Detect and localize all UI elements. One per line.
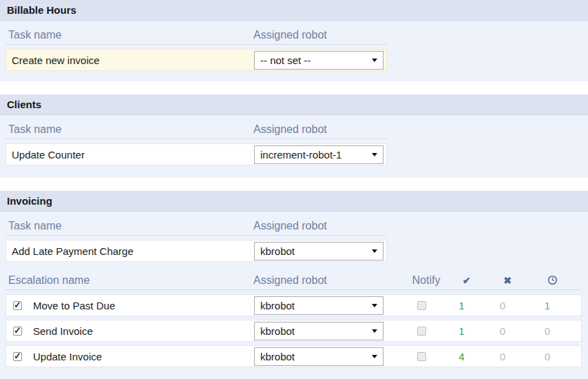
task-name-label: Create new invoice xyxy=(6,54,254,66)
section-gap xyxy=(0,178,588,191)
section-title: Billable Hours xyxy=(0,0,588,21)
table-header: Task name Assigned robot xyxy=(6,121,387,139)
escalation-name-label: Update Invoice xyxy=(28,351,254,362)
escalation-row: Update Invoice kbrobot 4 0 0 xyxy=(6,345,582,367)
section-clients: Clients Task name Assigned robot Update … xyxy=(0,94,588,178)
clock-icon xyxy=(529,274,576,287)
section-gap xyxy=(0,81,588,94)
pending-count: 0 xyxy=(524,325,571,337)
section-title: Clients xyxy=(0,94,588,115)
escalations-table: Escalation name Assigned robot Notify ✔ … xyxy=(6,272,588,367)
failed-count: 0 xyxy=(481,300,524,311)
task-assignment-page: Billable Hours Task name Assigned robot … xyxy=(0,0,588,379)
column-header-assigned-robot: Assigned robot xyxy=(253,274,388,287)
column-header-task-name: Task name xyxy=(6,220,253,232)
column-header-assigned-robot: Assigned robot xyxy=(253,123,388,136)
escalation-row: Send Invoice kbrobot 1 0 0 xyxy=(6,320,582,342)
assigned-robot-select[interactable]: kbrobot xyxy=(254,322,384,340)
assigned-robot-select[interactable]: increment-robot-1 xyxy=(254,145,384,164)
column-header-assigned-robot: Assigned robot xyxy=(253,220,388,232)
column-header-task-name: Task name xyxy=(6,29,253,41)
column-header-task-name: Task name xyxy=(6,123,253,136)
pending-count: 1 xyxy=(524,300,571,311)
pending-count: 0 xyxy=(524,351,571,362)
section-body: Task name Assigned robot Create new invo… xyxy=(0,21,588,81)
escalation-name-label: Send Invoice xyxy=(28,325,254,337)
escalation-enabled-checkbox[interactable] xyxy=(13,301,22,310)
dropdown-arrow-icon xyxy=(372,153,377,156)
task-row: Create new invoice -- not set -- xyxy=(6,49,387,71)
dropdown-arrow-icon xyxy=(372,59,377,62)
notify-cell xyxy=(401,299,442,311)
notify-checkbox[interactable] xyxy=(417,352,426,361)
task-name-label: Update Counter xyxy=(6,149,254,161)
column-header-escalation-name: Escalation name xyxy=(6,274,253,287)
section-body: Task name Assigned robot Add Late Paymen… xyxy=(0,212,588,379)
notify-checkbox[interactable] xyxy=(417,301,426,310)
section-body: Task name Assigned robot Update Counter … xyxy=(0,115,588,178)
notify-cell xyxy=(401,350,442,362)
assigned-robot-select[interactable]: kbrobot xyxy=(254,347,384,366)
selected-robot-value: kbrobot xyxy=(255,300,372,311)
column-header-assigned-robot: Assigned robot xyxy=(253,29,388,41)
assigned-robot-select[interactable]: kbrobot xyxy=(254,242,384,260)
selected-robot-value: -- not set -- xyxy=(255,54,372,66)
section-title: Invoicing xyxy=(0,191,588,212)
failed-count: 0 xyxy=(481,325,524,337)
check-icon: ✔ xyxy=(447,275,486,286)
notify-checkbox[interactable] xyxy=(417,327,426,336)
task-row: Update Counter increment-robot-1 xyxy=(6,143,387,165)
assigned-robot-select[interactable]: kbrobot xyxy=(254,296,384,315)
table-header: Task name Assigned robot xyxy=(6,26,387,45)
selected-robot-value: increment-robot-1 xyxy=(255,149,372,161)
dropdown-arrow-icon xyxy=(372,329,377,333)
escalation-row: Move to Past Due kbrobot 1 0 1 xyxy=(6,294,582,316)
escalation-enabled-checkbox[interactable] xyxy=(13,352,22,361)
x-icon: ✖ xyxy=(486,275,529,286)
completed-count: 4 xyxy=(442,351,481,362)
completed-count: 1 xyxy=(442,325,481,337)
dropdown-arrow-icon xyxy=(372,249,377,253)
dropdown-arrow-icon xyxy=(372,304,377,307)
section-invoicing: Invoicing Task name Assigned robot Add L… xyxy=(0,191,588,379)
selected-robot-value: kbrobot xyxy=(255,351,372,362)
escalation-table-header: Escalation name Assigned robot Notify ✔ … xyxy=(6,272,582,290)
failed-count: 0 xyxy=(481,351,524,362)
escalation-name-label: Move to Past Due xyxy=(28,300,254,311)
task-name-label: Add Late Payment Charge xyxy=(6,245,254,257)
escalation-enabled-checkbox[interactable] xyxy=(13,327,22,336)
assigned-robot-select[interactable]: -- not set -- xyxy=(254,51,384,70)
dropdown-arrow-icon xyxy=(372,355,377,358)
notify-cell xyxy=(401,325,442,337)
section-billable-hours: Billable Hours Task name Assigned robot … xyxy=(0,0,588,81)
table-header: Task name Assigned robot xyxy=(6,217,387,236)
selected-robot-value: kbrobot xyxy=(255,245,372,257)
completed-count: 1 xyxy=(442,300,481,311)
selected-robot-value: kbrobot xyxy=(255,325,372,337)
task-row: Add Late Payment Charge kbrobot xyxy=(6,240,387,262)
column-header-notify: Notify xyxy=(406,274,447,287)
